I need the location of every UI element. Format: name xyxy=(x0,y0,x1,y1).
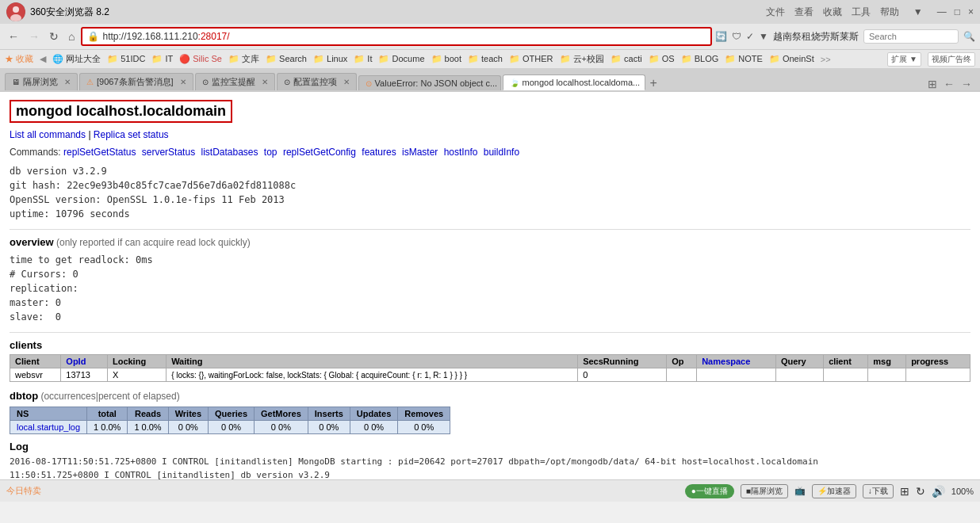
tab-nav-forward[interactable]: → xyxy=(958,78,975,90)
refresh-icon[interactable]: 🔄 xyxy=(715,31,727,42)
close-button[interactable]: × xyxy=(968,6,974,17)
tab-list-button[interactable]: ⊞ xyxy=(924,78,940,90)
arrow-down-icon: ▼ xyxy=(759,31,768,42)
dbtop-cell-removes: 0 0% xyxy=(398,421,450,434)
bookmark-silicse[interactable]: 🔴 Silic Se xyxy=(179,54,222,64)
dbtop-cell-ns[interactable]: local.startup_log xyxy=(10,421,87,434)
tab-screen[interactable]: 🖥 隔屏浏览 ✕ xyxy=(5,73,78,90)
tab-nav-back[interactable]: ← xyxy=(940,78,958,90)
forward-button[interactable]: → xyxy=(25,29,43,44)
cmd-replsetgetstatus[interactable]: replSetGetStatus xyxy=(63,147,136,158)
bookmark-docume[interactable]: 📁 Docume xyxy=(378,54,424,64)
tab-config-label: 配置监控项 xyxy=(293,76,337,88)
dbtop-col-queries: Queries xyxy=(209,407,255,421)
menu-help[interactable]: 帮助 xyxy=(880,6,899,19)
bookmark-search[interactable]: 📁 Search xyxy=(266,54,307,64)
dbtop-col-reads: Reads xyxy=(128,407,168,421)
extension-btn[interactable]: 扩展 ▼ xyxy=(887,52,921,67)
tab-monitor-close[interactable]: ✕ xyxy=(262,78,268,86)
cmd-top[interactable]: top xyxy=(264,147,278,158)
tab-screen-close[interactable]: ✕ xyxy=(64,78,71,86)
address-bar[interactable]: 🔒 http://192.168.111.210:28017/ xyxy=(81,27,712,46)
bookmark-note[interactable]: 📁 NOTE xyxy=(725,54,763,64)
live-button[interactable]: ●一键直播 xyxy=(685,484,734,498)
info-block: db version v3.2.9 git hash: 22ec9e93b40c… xyxy=(10,164,970,221)
menu-view[interactable]: 查看 xyxy=(794,6,813,19)
speed-button[interactable]: ⚡加速器 xyxy=(812,484,856,498)
bookmark-网址大全[interactable]: 🌐 网址大全 xyxy=(52,53,101,65)
tab-add-button[interactable]: + xyxy=(647,76,660,90)
tab-monitor[interactable]: ⊙ 监控宝提醒 ✕ xyxy=(195,73,275,90)
home-button[interactable]: ⌂ xyxy=(65,29,78,44)
dbtop-cell-inserts: 0 0% xyxy=(308,421,350,434)
bookmark-it2[interactable]: 📁 It xyxy=(354,54,372,64)
replica-set-status-link[interactable]: Replica set status xyxy=(94,129,169,140)
tab-error-label: ValueError: No JSON object c... xyxy=(375,78,497,88)
status-left: 今日特卖 xyxy=(6,485,41,497)
cell-opid: 13713 xyxy=(61,368,108,382)
refresh-button[interactable]: ↻ xyxy=(46,29,62,44)
bookmark-51idc[interactable]: 📁 51IDC xyxy=(107,54,145,64)
dbtop-col-ns: NS xyxy=(10,407,87,421)
tools-icon[interactable]: ⊞ xyxy=(900,485,909,498)
cmd-buildinfo[interactable]: buildInfo xyxy=(484,147,519,158)
tab-alerts[interactable]: ⚠ [9067条新告警消息] ✕ xyxy=(79,73,193,90)
bookmark-cacti[interactable]: 📁 cacti xyxy=(611,54,642,64)
title-bar: 360安全浏览器 8.2 文件 查看 收藏 工具 帮助 ▼ — □ × xyxy=(0,0,980,24)
minimize-button[interactable]: — xyxy=(937,6,947,17)
tab-alerts-close[interactable]: ✕ xyxy=(180,78,186,86)
menu-user[interactable]: ▼ xyxy=(913,6,923,17)
cmd-serverstatus[interactable]: serverStatus xyxy=(142,147,195,158)
list-all-commands-link[interactable]: List all commands xyxy=(10,129,86,140)
commands-label: Commands: xyxy=(10,147,61,158)
maximize-button[interactable]: □ xyxy=(955,6,960,17)
tab-config-close[interactable]: ✕ xyxy=(343,78,350,86)
bookmark-wenku[interactable]: 📁 文库 xyxy=(228,53,259,65)
bookmark-star[interactable]: ★ 收藏 xyxy=(5,53,33,65)
tab-screen-label: 隔屏浏览 xyxy=(23,76,58,88)
cmd-replsetgetconfig[interactable]: replSetGetConfig xyxy=(283,147,356,158)
bookmark-it[interactable]: 📁 IT xyxy=(151,54,173,64)
bookmark-more[interactable]: >> xyxy=(821,55,831,64)
sound-icon[interactable]: 🔊 xyxy=(932,485,945,498)
cmd-ismaster[interactable]: isMaster xyxy=(402,147,438,158)
today-deals[interactable]: 今日特卖 xyxy=(6,485,41,497)
search-input[interactable] xyxy=(863,29,959,44)
menu-bookmarks[interactable]: 收藏 xyxy=(823,6,842,19)
overview-text: time to get readlock: 0ms # Cursors: 0 r… xyxy=(10,253,970,324)
overview-subtitle: (only reported if can acquire read lock … xyxy=(56,237,251,248)
bookmark-oneinst[interactable]: 📁 OneinSt xyxy=(769,54,814,64)
bookmark-cloud[interactable]: 📁 云+校园 xyxy=(560,53,604,65)
dbtop-cell-reads: 1 0.0% xyxy=(128,421,168,434)
back-button[interactable]: ← xyxy=(5,29,22,44)
download-button[interactable]: ↓下载 xyxy=(863,484,894,498)
video-ad-btn[interactable]: 视频广告终 xyxy=(928,52,975,67)
menu-tools[interactable]: 工具 xyxy=(852,6,871,19)
bookmark-boot[interactable]: 📁 boot xyxy=(431,54,461,64)
cell-client-val xyxy=(824,368,868,382)
bookmark-os[interactable]: 📁 OS xyxy=(649,54,675,64)
bookmark-linux[interactable]: 📁 Linux xyxy=(313,54,347,64)
dbtop-cell-queries: 0 0% xyxy=(209,421,255,434)
tab-mongod[interactable]: 🍃 mongod localhost.localdoma... ✕ xyxy=(503,74,645,90)
refresh-icon2[interactable]: ↻ xyxy=(916,485,925,498)
search-icon[interactable]: 🔍 xyxy=(963,31,975,42)
col-msg: msg xyxy=(868,355,906,368)
status-right: ●一键直播 ■隔屏浏览 📺 ⚡加速器 ↓下载 ⊞ ↻ 🔊 100% xyxy=(685,484,974,498)
menu-file[interactable]: 文件 xyxy=(766,6,785,19)
screen-button[interactable]: ■隔屏浏览 xyxy=(741,484,788,498)
tab-config[interactable]: ⊙ 配置监控项 ✕ xyxy=(277,73,357,90)
tab-error[interactable]: ⊙ ValueError: No JSON object c... ✕ xyxy=(358,75,501,90)
cmd-listdatabases[interactable]: listDatabases xyxy=(201,147,258,158)
cell-msg xyxy=(868,368,906,382)
browser-chrome: 360安全浏览器 8.2 文件 查看 收藏 工具 帮助 ▼ — □ × ← → … xyxy=(0,0,980,91)
cmd-features[interactable]: features xyxy=(362,147,396,158)
log-section: Log 2016-08-17T11:50:51.725+0800 I CONTR… xyxy=(10,441,970,479)
cell-op xyxy=(667,368,697,382)
bookmark-blog[interactable]: 📁 BLOG xyxy=(681,54,719,64)
dbtop-cell-writes: 0 0% xyxy=(168,421,208,434)
cmd-hostinfo[interactable]: hostInfo xyxy=(444,147,478,158)
bookmark-teach[interactable]: 📁 teach xyxy=(468,54,503,64)
bookmark-other[interactable]: 📁 OTHER xyxy=(509,54,553,64)
tab-config-icon: ⊙ xyxy=(284,78,290,86)
